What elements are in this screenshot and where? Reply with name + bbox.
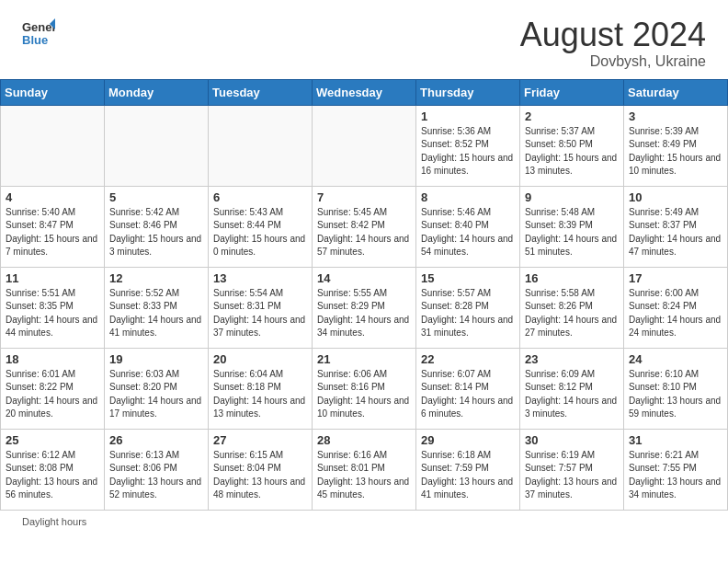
day-info: Sunrise: 6:06 AM Sunset: 8:16 PM Dayligh… — [317, 368, 411, 421]
day-info: Sunrise: 6:18 AM Sunset: 7:59 PM Dayligh… — [421, 449, 515, 502]
day-number: 9 — [525, 190, 619, 204]
day-info: Sunrise: 5:52 AM Sunset: 8:33 PM Dayligh… — [109, 287, 203, 340]
day-info: Sunrise: 6:16 AM Sunset: 8:01 PM Dayligh… — [317, 449, 411, 502]
calendar-cell: 6Sunrise: 5:43 AM Sunset: 8:44 PM Daylig… — [209, 186, 313, 267]
day-info: Sunrise: 5:46 AM Sunset: 8:40 PM Dayligh… — [421, 206, 515, 259]
calendar-cell: 4Sunrise: 5:40 AM Sunset: 8:47 PM Daylig… — [1, 186, 105, 267]
day-info: Sunrise: 6:15 AM Sunset: 8:04 PM Dayligh… — [213, 449, 307, 502]
day-header-wednesday: Wednesday — [313, 79, 416, 105]
day-info: Sunrise: 6:09 AM Sunset: 8:12 PM Dayligh… — [525, 368, 619, 421]
day-info: Sunrise: 5:39 AM Sunset: 8:49 PM Dayligh… — [629, 125, 722, 178]
day-number: 23 — [525, 352, 619, 366]
day-number: 4 — [6, 190, 99, 204]
calendar-cell — [209, 105, 313, 186]
day-number: 28 — [317, 433, 411, 447]
day-number: 14 — [317, 271, 411, 285]
calendar-table: SundayMondayTuesdayWednesdayThursdayFrid… — [0, 79, 728, 511]
calendar-cell: 31Sunrise: 6:21 AM Sunset: 7:55 PM Dayli… — [624, 429, 728, 510]
day-number: 10 — [629, 190, 722, 204]
day-number: 31 — [629, 433, 722, 447]
calendar-cell — [105, 105, 209, 186]
day-info: Sunrise: 6:10 AM Sunset: 8:10 PM Dayligh… — [629, 368, 722, 421]
day-number: 18 — [6, 352, 99, 366]
calendar-cell: 25Sunrise: 6:12 AM Sunset: 8:08 PM Dayli… — [1, 429, 105, 510]
calendar-cell: 23Sunrise: 6:09 AM Sunset: 8:12 PM Dayli… — [520, 348, 624, 429]
day-info: Sunrise: 6:21 AM Sunset: 7:55 PM Dayligh… — [629, 449, 722, 502]
calendar-cell: 20Sunrise: 6:04 AM Sunset: 8:18 PM Dayli… — [209, 348, 313, 429]
day-info: Sunrise: 6:00 AM Sunset: 8:24 PM Dayligh… — [629, 287, 722, 340]
day-header-monday: Monday — [105, 79, 209, 105]
day-number: 25 — [6, 433, 99, 447]
day-number: 3 — [629, 109, 722, 123]
day-info: Sunrise: 5:55 AM Sunset: 8:29 PM Dayligh… — [317, 287, 411, 340]
day-number: 12 — [109, 271, 203, 285]
day-number: 17 — [629, 271, 722, 285]
day-info: Sunrise: 5:54 AM Sunset: 8:31 PM Dayligh… — [213, 287, 307, 340]
logo: General Blue — [22, 17, 59, 50]
svg-text:Blue: Blue — [22, 33, 48, 47]
calendar-cell: 15Sunrise: 5:57 AM Sunset: 8:28 PM Dayli… — [416, 267, 520, 348]
day-number: 1 — [421, 109, 515, 123]
calendar-cell: 13Sunrise: 5:54 AM Sunset: 8:31 PM Dayli… — [209, 267, 313, 348]
day-info: Sunrise: 5:36 AM Sunset: 8:52 PM Dayligh… — [421, 125, 515, 178]
calendar-cell: 19Sunrise: 6:03 AM Sunset: 8:20 PM Dayli… — [105, 348, 209, 429]
day-number: 30 — [525, 433, 619, 447]
calendar-week-5: 25Sunrise: 6:12 AM Sunset: 8:08 PM Dayli… — [1, 429, 728, 510]
calendar-cell — [1, 105, 105, 186]
logo-icon: General Blue — [22, 17, 55, 50]
calendar-cell: 16Sunrise: 5:58 AM Sunset: 8:26 PM Dayli… — [520, 267, 624, 348]
location-subtitle: Dovbysh, Ukraine — [520, 53, 706, 70]
footer-note: Daylight hours — [0, 511, 728, 533]
day-number: 26 — [109, 433, 203, 447]
day-info: Sunrise: 6:12 AM Sunset: 8:08 PM Dayligh… — [6, 449, 99, 502]
day-header-friday: Friday — [520, 79, 624, 105]
day-number: 7 — [317, 190, 411, 204]
day-number: 24 — [629, 352, 722, 366]
day-number: 19 — [109, 352, 203, 366]
day-number: 22 — [421, 352, 515, 366]
calendar-cell: 28Sunrise: 6:16 AM Sunset: 8:01 PM Dayli… — [313, 429, 416, 510]
day-number: 16 — [525, 271, 619, 285]
calendar-cell: 18Sunrise: 6:01 AM Sunset: 8:22 PM Dayli… — [1, 348, 105, 429]
calendar-cell: 27Sunrise: 6:15 AM Sunset: 8:04 PM Dayli… — [209, 429, 313, 510]
day-header-thursday: Thursday — [416, 79, 520, 105]
day-number: 27 — [213, 433, 307, 447]
day-info: Sunrise: 6:19 AM Sunset: 7:57 PM Dayligh… — [525, 449, 619, 502]
day-info: Sunrise: 5:42 AM Sunset: 8:46 PM Dayligh… — [109, 206, 203, 259]
day-info: Sunrise: 6:13 AM Sunset: 8:06 PM Dayligh… — [109, 449, 203, 502]
day-info: Sunrise: 5:51 AM Sunset: 8:35 PM Dayligh… — [6, 287, 99, 340]
day-info: Sunrise: 6:01 AM Sunset: 8:22 PM Dayligh… — [6, 368, 99, 421]
day-number: 6 — [213, 190, 307, 204]
calendar-week-2: 4Sunrise: 5:40 AM Sunset: 8:47 PM Daylig… — [1, 186, 728, 267]
day-number: 21 — [317, 352, 411, 366]
calendar-cell: 3Sunrise: 5:39 AM Sunset: 8:49 PM Daylig… — [624, 105, 728, 186]
svg-text:General: General — [22, 20, 55, 34]
day-number: 8 — [421, 190, 515, 204]
calendar-cell — [313, 105, 416, 186]
day-header-sunday: Sunday — [1, 79, 105, 105]
title-block: August 2024 Dovbysh, Ukraine — [520, 17, 706, 70]
calendar-cell: 26Sunrise: 6:13 AM Sunset: 8:06 PM Dayli… — [105, 429, 209, 510]
day-number: 13 — [213, 271, 307, 285]
page-header: General Blue August 2024 Dovbysh, Ukrain… — [0, 0, 728, 79]
day-number: 29 — [421, 433, 515, 447]
calendar-cell: 1Sunrise: 5:36 AM Sunset: 8:52 PM Daylig… — [416, 105, 520, 186]
calendar-cell: 10Sunrise: 5:49 AM Sunset: 8:37 PM Dayli… — [624, 186, 728, 267]
day-number: 20 — [213, 352, 307, 366]
day-number: 15 — [421, 271, 515, 285]
day-info: Sunrise: 5:40 AM Sunset: 8:47 PM Dayligh… — [6, 206, 99, 259]
calendar-cell: 22Sunrise: 6:07 AM Sunset: 8:14 PM Dayli… — [416, 348, 520, 429]
calendar-cell: 2Sunrise: 5:37 AM Sunset: 8:50 PM Daylig… — [520, 105, 624, 186]
calendar-cell: 14Sunrise: 5:55 AM Sunset: 8:29 PM Dayli… — [313, 267, 416, 348]
calendar-cell: 8Sunrise: 5:46 AM Sunset: 8:40 PM Daylig… — [416, 186, 520, 267]
day-info: Sunrise: 5:45 AM Sunset: 8:42 PM Dayligh… — [317, 206, 411, 259]
calendar-cell: 11Sunrise: 5:51 AM Sunset: 8:35 PM Dayli… — [1, 267, 105, 348]
day-info: Sunrise: 5:58 AM Sunset: 8:26 PM Dayligh… — [525, 287, 619, 340]
day-number: 2 — [525, 109, 619, 123]
calendar-week-4: 18Sunrise: 6:01 AM Sunset: 8:22 PM Dayli… — [1, 348, 728, 429]
day-number: 11 — [6, 271, 99, 285]
calendar-cell: 5Sunrise: 5:42 AM Sunset: 8:46 PM Daylig… — [105, 186, 209, 267]
day-info: Sunrise: 5:49 AM Sunset: 8:37 PM Dayligh… — [629, 206, 722, 259]
calendar-week-3: 11Sunrise: 5:51 AM Sunset: 8:35 PM Dayli… — [1, 267, 728, 348]
calendar-cell: 24Sunrise: 6:10 AM Sunset: 8:10 PM Dayli… — [624, 348, 728, 429]
